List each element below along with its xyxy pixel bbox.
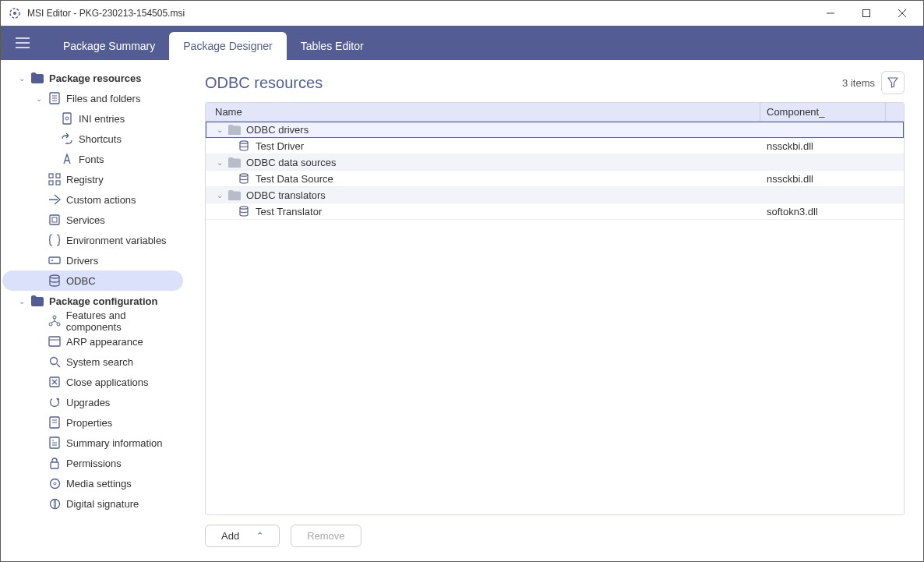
- sidebar-item-label: Close applications: [66, 376, 149, 388]
- sidebar-item[interactable]: Services: [2, 210, 183, 230]
- column-name[interactable]: Name: [206, 103, 760, 121]
- sidebar-group[interactable]: ⌄Package configuration: [2, 291, 183, 311]
- sidebar-item[interactable]: INI entries: [2, 108, 183, 129]
- summary-icon: [48, 436, 62, 450]
- sidebar-item-label: ARP appearance: [66, 336, 143, 348]
- sidebar-item[interactable]: Fonts: [2, 149, 183, 169]
- sidebar-item-label: Shortcuts: [79, 133, 122, 145]
- sidebar-item-label: Digital signature: [66, 498, 139, 510]
- tab-package-designer[interactable]: Package Designer: [169, 32, 286, 60]
- chevron-down-icon: ⌄: [213, 158, 226, 167]
- group-label: ODBC data sources: [246, 157, 337, 168]
- sidebar-item[interactable]: Summary information: [2, 433, 183, 453]
- db-icon: [237, 204, 251, 218]
- grid-body: ⌄ODBC driversTest Drivernssckbi.dll⌄ODBC…: [206, 122, 904, 514]
- window-controls: [813, 1, 920, 26]
- folder-icon: [227, 188, 242, 202]
- sidebar-item-label: Features and components: [66, 309, 183, 333]
- grid-group-row[interactable]: ⌄ODBC drivers: [206, 122, 904, 138]
- grid-group-row[interactable]: ⌄ODBC data sources: [206, 154, 904, 171]
- close-button[interactable]: [884, 1, 920, 26]
- chevron-down-icon: ⌄: [213, 191, 226, 200]
- sidebar-item[interactable]: Upgrades: [2, 392, 183, 412]
- svg-line-30: [57, 364, 60, 367]
- sidebar-item[interactable]: ⌄Files and folders: [2, 88, 183, 108]
- row-name: Test Translator: [256, 206, 322, 217]
- svg-rect-15: [49, 174, 53, 178]
- remove-button[interactable]: Remove: [291, 525, 361, 547]
- add-button[interactable]: Add⌃: [205, 525, 280, 547]
- titlebar: MSI Editor - PKG-230213-154505.msi: [1, 1, 923, 26]
- row-component: nssckbi.dll: [760, 173, 904, 185]
- env-icon: [48, 233, 62, 247]
- ini-icon: [60, 111, 74, 125]
- svg-point-22: [51, 260, 53, 261]
- app-icon: [9, 7, 21, 19]
- sidebar-item[interactable]: Drivers: [2, 250, 183, 270]
- sidebar-item[interactable]: System search: [2, 352, 183, 372]
- actions-icon: [48, 193, 62, 207]
- tab-package-summary[interactable]: Package Summary: [49, 32, 169, 60]
- sidebar-item[interactable]: Features and components: [2, 311, 183, 331]
- item-count: 3 items: [842, 77, 875, 89]
- svg-point-1: [13, 12, 16, 15]
- svg-rect-19: [50, 215, 59, 224]
- sidebar-item[interactable]: Environment variables: [2, 230, 183, 250]
- tab-tables-editor[interactable]: Tables Editor: [287, 32, 378, 60]
- page-title: ODBC resources: [205, 74, 323, 92]
- sidebar-item[interactable]: ARP appearance: [2, 331, 183, 352]
- shortcut-icon: [60, 132, 74, 146]
- upgrades-icon: [48, 395, 62, 409]
- remove-label: Remove: [307, 530, 344, 542]
- arp-icon: [48, 334, 62, 348]
- sidebar-item[interactable]: Permissions: [2, 453, 183, 473]
- row-name: Test Data Source: [256, 173, 333, 185]
- sidebar-item[interactable]: Custom actions: [2, 189, 183, 210]
- svg-point-25: [49, 323, 52, 326]
- sidebar-item[interactable]: ODBC: [2, 270, 183, 291]
- sidebar-group[interactable]: ⌄Package resources: [2, 68, 183, 88]
- media-icon: [48, 476, 62, 490]
- filter-button[interactable]: [881, 71, 905, 94]
- svg-point-24: [53, 316, 56, 319]
- odbc-icon: [48, 274, 62, 288]
- db-icon: [237, 171, 251, 186]
- folder-icon: [30, 71, 44, 85]
- svg-point-47: [240, 174, 248, 176]
- svg-point-29: [50, 357, 57, 364]
- menu-button[interactable]: [12, 32, 34, 54]
- registry-icon: [48, 172, 62, 186]
- sidebar-item-label: Media settings: [66, 478, 132, 490]
- sidebar-item-label: System search: [66, 356, 133, 368]
- minimize-button[interactable]: [813, 1, 848, 26]
- grid-group-row[interactable]: ⌄ODBC translators: [206, 187, 904, 203]
- sidebar-item[interactable]: Properties: [2, 412, 183, 433]
- svg-rect-16: [56, 174, 60, 178]
- sidebar-item-label: INI entries: [79, 113, 125, 125]
- sidebar-item[interactable]: Media settings: [2, 473, 183, 493]
- sidebar-item[interactable]: Shortcuts: [2, 129, 183, 149]
- signature-icon: [48, 497, 62, 511]
- svg-point-48: [240, 207, 248, 209]
- sidebar-item[interactable]: Registry: [2, 169, 183, 189]
- grid-row[interactable]: Test Translatorsoftokn3.dll: [206, 203, 904, 220]
- maximize-button[interactable]: [848, 1, 884, 26]
- chevron-down-icon: ⌄: [34, 94, 44, 103]
- column-component[interactable]: Component_: [760, 103, 885, 121]
- sidebar-item-label: Services: [66, 214, 105, 226]
- svg-point-44: [54, 482, 56, 485]
- permissions-icon: [48, 456, 62, 470]
- sidebar-item[interactable]: Digital signature: [2, 493, 183, 514]
- svg-rect-13: [63, 113, 71, 124]
- sidebar-item-label: ODBC: [66, 275, 96, 287]
- chevron-down-icon: ⌄: [16, 297, 27, 306]
- sidebar-group-label: Package configuration: [49, 295, 157, 307]
- sidebar-item-label: Files and folders: [66, 93, 140, 104]
- sidebar-item-label: Drivers: [66, 255, 98, 267]
- grid-row[interactable]: Test Drivernssckbi.dll: [206, 138, 904, 154]
- grid-row[interactable]: Test Data Sourcenssckbi.dll: [206, 171, 904, 187]
- chevron-down-icon: ⌄: [213, 125, 226, 134]
- row-component: nssckbi.dll: [760, 140, 904, 152]
- sidebar-item[interactable]: Close applications: [2, 372, 183, 392]
- close-app-icon: [48, 375, 62, 389]
